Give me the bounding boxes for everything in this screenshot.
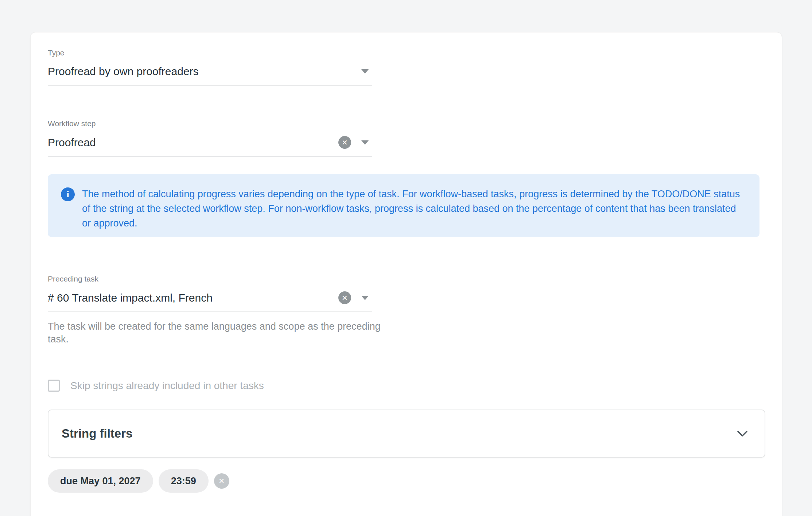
- workflow-step-field: Workflow step Proofread ✕: [48, 119, 372, 157]
- skip-strings-checkbox-row: Skip strings already included in other t…: [48, 380, 264, 392]
- preceding-task-field: Preceding task # 60 Translate impact.xml…: [48, 275, 372, 346]
- due-date-chip-label: due May 01, 2027: [60, 476, 141, 487]
- due-time-chip[interactable]: 23:59: [159, 469, 209, 493]
- workflow-step-field-label: Workflow step: [48, 119, 372, 128]
- remove-due-date-button[interactable]: ✕: [214, 473, 229, 489]
- progress-info-note: i The method of calculating progress var…: [48, 174, 759, 237]
- chevron-down-icon: [737, 430, 748, 437]
- skip-strings-checkbox[interactable]: [48, 380, 60, 392]
- preceding-task-field-label: Preceding task: [48, 275, 372, 283]
- preceding-task-helper-text: The task will be created for the same la…: [48, 320, 383, 346]
- task-form-card: Type Proofread by own proofreaders Workf…: [30, 32, 782, 516]
- info-icon-glyph: i: [66, 189, 69, 200]
- caret-down-icon: [361, 140, 369, 145]
- preceding-task-clear-button[interactable]: ✕: [338, 291, 351, 304]
- caret-down-icon: [361, 296, 369, 300]
- clear-icon: ✕: [342, 294, 348, 302]
- type-field-label: Type: [48, 49, 372, 57]
- type-field: Type Proofread by own proofreaders: [48, 49, 372, 86]
- string-filters-title: String filters: [62, 427, 737, 441]
- due-date-chip[interactable]: due May 01, 2027: [48, 469, 153, 493]
- preceding-task-select[interactable]: # 60 Translate impact.xml, French ✕: [48, 289, 372, 312]
- progress-info-note-text: The method of calculating progress varie…: [82, 187, 745, 237]
- due-chips-row: due May 01, 2027 23:59 ✕: [48, 469, 229, 493]
- close-icon: ✕: [218, 477, 225, 485]
- skip-strings-checkbox-label: Skip strings already included in other t…: [70, 380, 264, 392]
- workflow-step-select-value: Proofread: [48, 136, 338, 149]
- type-select[interactable]: Proofread by own proofreaders: [48, 63, 372, 86]
- workflow-step-select[interactable]: Proofread ✕: [48, 134, 372, 157]
- string-filters-panel[interactable]: String filters: [48, 410, 765, 458]
- due-time-chip-label: 23:59: [171, 476, 196, 487]
- workflow-step-clear-button[interactable]: ✕: [338, 136, 351, 149]
- preceding-task-select-value: # 60 Translate impact.xml, French: [48, 292, 338, 304]
- type-select-value: Proofread by own proofreaders: [48, 65, 361, 78]
- info-icon: i: [61, 187, 75, 201]
- clear-icon: ✕: [342, 138, 348, 147]
- caret-down-icon: [361, 69, 369, 74]
